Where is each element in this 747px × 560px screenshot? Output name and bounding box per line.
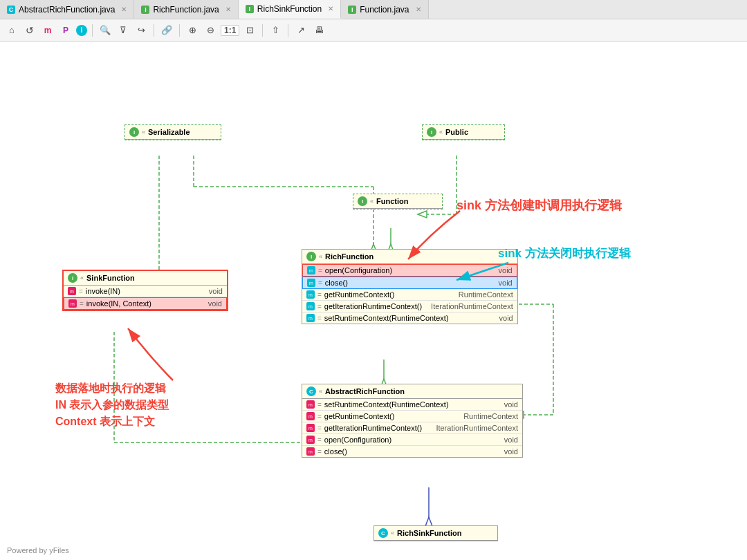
- method-setruntimecontext: m = setRuntimeContext(RuntimeContext) vo…: [302, 312, 517, 324]
- method-get-it: m = getIterationRuntimeContext() Iterati…: [302, 422, 522, 434]
- invoke1-icon: m: [68, 287, 76, 295]
- svg-marker-6: [418, 211, 427, 218]
- method-close: m = close() void: [302, 277, 517, 289]
- toolbar-sep-5: [288, 24, 288, 37]
- richsink-icon: C: [378, 528, 388, 538]
- box-function: I « Function: [353, 194, 443, 209]
- public-title: Public: [445, 128, 468, 136]
- m-icon[interactable]: m: [40, 23, 55, 38]
- set-rt-icon: m: [306, 400, 315, 409]
- zoom-label[interactable]: 1:1: [221, 25, 239, 36]
- annotation-data-logic: 数据落地时执行的逻辑 IN 表示入参的数据类型 Context 表示上下文: [55, 380, 169, 430]
- canvas: I « Serializable I « Public I « Function…: [0, 41, 747, 560]
- toolbar-sep-2: [154, 24, 154, 37]
- tab-richfunction[interactable]: I RichFunction.java ✕: [134, 0, 238, 19]
- getruntime-icon: m: [306, 290, 315, 299]
- close2-icon: m: [306, 447, 315, 456]
- abstractrich-icon: C: [306, 386, 316, 396]
- sinkfunction-title: SinkFunction: [86, 274, 135, 282]
- share-icon[interactable]: ⇧: [268, 23, 283, 38]
- toolbar-sep-1: [92, 24, 93, 37]
- method-open2: m = open(Configuration) void: [302, 434, 522, 446]
- toolbar-sep-3: [179, 24, 180, 37]
- tab-icon-function: I: [348, 6, 356, 14]
- home-icon[interactable]: ⌂: [4, 23, 19, 38]
- invoke2-icon: m: [68, 299, 77, 308]
- toolbar-sep-4: [262, 24, 263, 37]
- method-set-rt: m = setRuntimeContext(RuntimeContext) vo…: [302, 399, 522, 411]
- tab-function[interactable]: I Function.java ✕: [341, 0, 428, 19]
- print-icon[interactable]: 🖶: [311, 23, 326, 38]
- abstractrichfunction-title: AbstractRichFunction: [325, 387, 405, 395]
- richsinkfunction-title: RichSinkFunction: [397, 529, 462, 537]
- export-icon[interactable]: ↗: [293, 23, 308, 38]
- richfunction-icon: I: [306, 252, 316, 261]
- tab-icon-richfunction: I: [141, 6, 149, 14]
- tab-close-abstractrichfunction[interactable]: ✕: [121, 6, 127, 13]
- richfunction-title: RichFunction: [325, 252, 374, 261]
- zoom-fit-icon[interactable]: 🔍: [98, 23, 113, 38]
- tab-close-richfunction[interactable]: ✕: [225, 6, 231, 13]
- layout-icon[interactable]: ↪: [133, 23, 149, 38]
- tab-icon-abstractrichfunction: C: [7, 6, 15, 14]
- get-rt-icon: m: [306, 412, 315, 420]
- link-icon[interactable]: 🔗: [159, 23, 174, 38]
- tab-close-richsinkfunction[interactable]: ✕: [328, 5, 333, 12]
- tab-abstractrichfunction[interactable]: C AbstractRichFunction.java ✕: [0, 0, 134, 19]
- tab-close-function[interactable]: ✕: [416, 6, 421, 13]
- info-icon[interactable]: i: [76, 25, 87, 36]
- public-icon: I: [427, 127, 436, 137]
- toolbar: ⌂ ↺ m P i 🔍 ⊽ ↪ 🔗 ⊕ ⊖ 1:1 ⊡ ⇧ ↗ 🖶: [0, 19, 747, 41]
- open-icon: m: [307, 266, 315, 274]
- annotation-sink-close: sink 方法关闭时执行逻辑: [498, 245, 631, 262]
- method-close2: m = close() void: [302, 446, 522, 457]
- zoom-out-icon[interactable]: ⊖: [203, 23, 218, 38]
- serializable-title: Serializable: [148, 128, 190, 136]
- tab-icon-richsinkfunction: I: [246, 5, 254, 13]
- method-get-rt: m = getRuntimeContext() RuntimeContext: [302, 411, 522, 422]
- serializable-icon: I: [129, 127, 139, 137]
- p-icon[interactable]: P: [58, 23, 73, 38]
- method-getiterationruntimecontext: m = getIterationRuntimeContext() Iterati…: [302, 301, 517, 312]
- close-icon: m: [307, 279, 315, 287]
- setruntime-icon: m: [306, 314, 315, 322]
- method-invoke1: m = invoke(IN) void: [64, 286, 227, 297]
- get-it-icon: m: [306, 424, 315, 432]
- tab-bar: C AbstractRichFunction.java ✕ I RichFunc…: [0, 0, 747, 19]
- box-abstractrichfunction: C « AbstractRichFunction m = setRuntimeC…: [302, 384, 523, 458]
- function-icon: I: [358, 196, 367, 206]
- open2-icon: m: [306, 436, 315, 444]
- method-open: m = open(Configuration) void: [302, 264, 517, 277]
- box-richsinkfunction: C « RichSinkFunction: [374, 525, 498, 541]
- box-sinkfunction: I « SinkFunction m = invoke(IN) void m =…: [62, 270, 228, 311]
- zoom-in-icon[interactable]: ⊕: [185, 23, 200, 38]
- tab-richsinkfunction[interactable]: I RichSinkFunction ✕: [239, 0, 341, 19]
- refresh-icon[interactable]: ↺: [22, 23, 37, 38]
- filter-icon[interactable]: ⊽: [116, 23, 131, 38]
- function-title: Function: [376, 197, 408, 205]
- fit-page-icon[interactable]: ⊡: [242, 23, 257, 38]
- method-getruntimecontext: m = getRuntimeContext() RuntimeContext: [302, 289, 517, 301]
- box-public: I « Public: [422, 124, 505, 140]
- box-serializable: I « Serializable: [124, 124, 221, 140]
- box-richfunction: I « RichFunction m = open(Configuration)…: [302, 249, 518, 324]
- annotation-sink-open: sink 方法创建时调用执行逻辑: [456, 197, 622, 214]
- footer: Powered by yFiles: [7, 546, 69, 554]
- getiteration-icon: m: [306, 302, 315, 310]
- sinkfunction-icon: I: [68, 273, 77, 283]
- method-invoke2: m = invoke(IN, Context) void: [64, 297, 227, 310]
